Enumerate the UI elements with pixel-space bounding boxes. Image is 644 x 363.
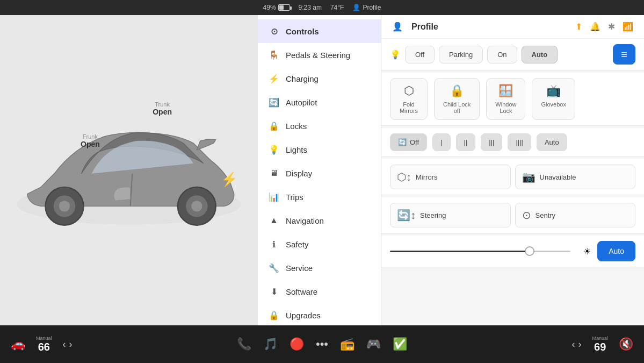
right-nav-arrows: ‹ › <box>571 339 581 350</box>
tesla-ui: Trunk Open Frunk Open <box>0 15 644 325</box>
brightness-sun-icon: ☀ <box>583 246 591 257</box>
car-image: ⚡ <box>0 15 258 325</box>
more-icon[interactable]: ••• <box>316 337 328 351</box>
radio-icon[interactable]: 📻 <box>340 337 354 351</box>
sidebar-item-locks[interactable]: 🔒 Locks <box>258 114 381 138</box>
autopilot-icon: 🔄 <box>269 97 279 108</box>
sidebar-item-safety[interactable]: ℹ Safety <box>258 232 381 256</box>
headlight-on-button[interactable]: On <box>487 46 517 63</box>
temperature-value: 74°F <box>330 4 344 11</box>
current-time: 9:23 am <box>299 4 322 11</box>
steering-cell[interactable]: 🔄↕ Steering <box>390 203 511 227</box>
pedals-icon: 🪑 <box>269 49 279 60</box>
profile-indicator: 👤 Profile <box>352 4 381 11</box>
child-lock-label: Child Lockoff <box>443 101 471 114</box>
fold-mirrors-button[interactable]: ⬡ FoldMirrors <box>390 78 428 120</box>
wiper-3-button[interactable]: ||| <box>481 133 502 151</box>
right-right-arrow-icon[interactable]: › <box>578 339 581 350</box>
sidebar-item-upgrades[interactable]: 🔒 Upgrades <box>258 303 381 327</box>
mirrors-camera-grid: ⬡↕ Mirrors 📷 Unavailable <box>390 165 635 189</box>
volume-mute-icon[interactable]: 🔇 <box>619 337 633 351</box>
mirror-controls-section: ⬡ FoldMirrors 🔒 Child Lockoff 🪟 WindowLo… <box>381 73 644 126</box>
mirrors-cell[interactable]: ⬡↕ Mirrors <box>390 165 511 189</box>
camera-cell: 📷 Unavailable <box>515 165 636 189</box>
steering-icon: 🔄↕ <box>397 209 416 222</box>
headlight-off-button[interactable]: Off <box>405 46 435 63</box>
sidebar-item-display[interactable]: 🖥 Display <box>258 161 381 185</box>
games-icon[interactable]: 🎮 <box>366 337 381 351</box>
frunk-title: Frunk <box>81 133 100 140</box>
window-lock-label: WindowLock <box>495 101 516 114</box>
brightness-section: ☀ Auto <box>381 236 644 267</box>
sidebar-item-controls[interactable]: ⊙ Controls <box>258 19 381 43</box>
sidebar-item-label: Navigation <box>286 216 324 225</box>
locks-icon: 🔒 <box>269 120 279 131</box>
frunk-label: Frunk Open <box>81 133 100 148</box>
brightness-auto-button[interactable]: Auto <box>597 241 635 261</box>
taskbar-center: 📞 🎵 🔴 ••• 📻 🎮 ✅ <box>237 337 407 351</box>
navigation-icon: ▲ <box>269 215 279 226</box>
sidebar-item-navigation[interactable]: ▲ Navigation <box>258 209 381 232</box>
sidebar-item-pedals[interactable]: 🪑 Pedals & Steering <box>258 43 381 67</box>
sidebar-item-label: Charging <box>286 74 319 83</box>
display-icon: 🖥 <box>269 168 279 179</box>
window-lock-button[interactable]: 🪟 WindowLock <box>486 78 525 120</box>
checklist-icon[interactable]: ✅ <box>393 337 407 351</box>
sentry-cell[interactable]: ⊙ Sentry <box>515 203 636 227</box>
lights-icon: 💡 <box>269 144 279 155</box>
sidebar-item-label: Autopilot <box>286 98 317 107</box>
service-icon: 🔧 <box>269 262 279 273</box>
status-bar: 49% 9:23 am 74°F 👤 Profile <box>0 0 644 15</box>
sidebar-item-trips[interactable]: 📊 Trips <box>258 185 381 209</box>
child-lock-button[interactable]: 🔒 Child Lockoff <box>434 78 480 120</box>
sidebar-item-label: Pedals & Steering <box>286 51 350 60</box>
wiper-1-button[interactable]: | <box>432 133 450 151</box>
left-arrow-icon[interactable]: ‹ <box>63 339 66 350</box>
headlight-auto-button[interactable]: Auto <box>522 46 558 63</box>
right-arrow-icon[interactable]: › <box>69 339 73 350</box>
sidebar-item-label: Upgrades <box>286 311 321 320</box>
sidebar-item-service[interactable]: 🔧 Service <box>258 256 381 280</box>
left-speed-value: 66 <box>38 341 50 353</box>
left-nav-arrows: ‹ › <box>63 339 73 350</box>
headlight-parking-button[interactable]: Parking <box>439 46 483 63</box>
safety-icon: ℹ <box>269 239 279 250</box>
trunk-value: Open <box>153 108 172 116</box>
wiper-2-button[interactable]: || <box>456 133 476 151</box>
right-left-arrow-icon[interactable]: ‹ <box>571 339 575 350</box>
icon-grid: ⬡ FoldMirrors 🔒 Child Lockoff 🪟 WindowLo… <box>390 78 635 120</box>
content-panel: 👤 Profile ⬆ 🔔 ✱ 📶 💡 Off Parking On Auto … <box>381 15 644 325</box>
upgrades-icon: 🔒 <box>269 310 279 321</box>
right-speed-label: Manual <box>592 336 608 341</box>
wiper-auto-button[interactable]: Auto <box>537 133 567 151</box>
sidebar-item-lights[interactable]: 💡 Lights <box>258 138 381 161</box>
left-speed-label: Manual <box>36 336 52 341</box>
fold-mirrors-icon: ⬡ <box>404 84 414 98</box>
wiper-4-button[interactable]: |||| <box>508 133 531 151</box>
camera-taskbar-icon[interactable]: 🔴 <box>290 337 304 351</box>
glovebox-button[interactable]: 📺 Glovebox <box>532 78 575 120</box>
headlights-section: 💡 Off Parking On Auto ≡ <box>381 39 644 70</box>
steering-label: Steering <box>420 211 446 219</box>
car-panel: Trunk Open Frunk Open <box>0 15 258 325</box>
profile-label: Profile <box>363 4 381 11</box>
wiper-row: 🔄 Off | || ||| |||| Auto <box>390 133 635 151</box>
trips-icon: 📊 <box>269 191 279 202</box>
sidebar-item-charging[interactable]: ⚡ Charging <box>258 67 381 90</box>
sidebar-item-label: Service <box>286 264 313 273</box>
svg-point-3 <box>59 201 70 211</box>
car-taskbar-icon[interactable]: 🚗 <box>11 337 25 351</box>
profile-bar-icons: ⬆ 🔔 ✱ 📶 <box>575 22 633 32</box>
sidebar-item-label: Lights <box>286 145 307 154</box>
brightness-slider[interactable] <box>390 251 570 252</box>
sidebar-item-software[interactable]: ⬇ Software <box>258 280 381 303</box>
mirrors-cell-icon: ⬡↕ <box>397 170 411 183</box>
battery-percent: 49% <box>263 4 276 11</box>
wiper-off-button[interactable]: 🔄 Off <box>390 133 427 151</box>
phone-icon[interactable]: 📞 <box>237 337 251 351</box>
charging-icon: ⚡ <box>269 73 279 84</box>
audio-icon[interactable]: 🎵 <box>263 337 278 351</box>
headlight-display-button[interactable]: ≡ <box>613 44 635 65</box>
sidebar-item-autopilot[interactable]: 🔄 Autopilot <box>258 90 381 114</box>
wipers-section: 🔄 Off | || ||| |||| Auto <box>381 128 644 157</box>
